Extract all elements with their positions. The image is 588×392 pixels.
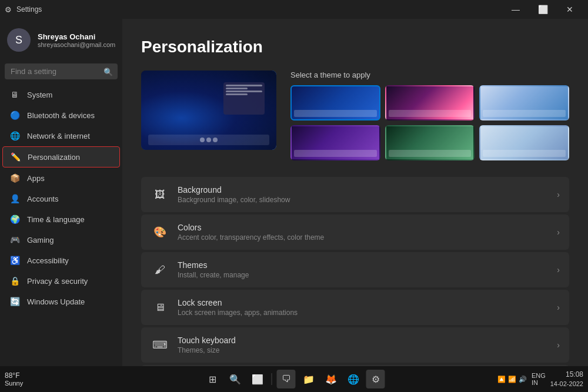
touchkeyboard-text: Touch keyboard Themes, size (178, 336, 557, 354)
main-layout: S Shreyas Ochani shreyasochani@gmail.com… (0, 19, 588, 366)
time-icon: 🌍 (9, 214, 20, 225)
settings-lockscreen[interactable]: 🖥 Lock screen Lock screen images, apps, … (141, 290, 569, 325)
touchkeyboard-icon: ⌨ (151, 336, 169, 354)
theme-white[interactable] (479, 125, 569, 160)
sidebar-item-accounts-label: Accounts (27, 195, 58, 203)
taskbar-app-edge[interactable]: 🌐 (344, 370, 363, 388)
content-area: Personalization Select a theme to app (122, 19, 588, 366)
sidebar-item-system[interactable]: 🖥 System (2, 85, 120, 105)
settings-themes[interactable]: 🖌 Themes Install, create, manage › (141, 252, 569, 287)
theme-white-inner (483, 150, 566, 157)
settings-touchkeyboard[interactable]: ⌨ Touch keyboard Themes, size › (141, 327, 569, 363)
colors-icon: 🎨 (151, 223, 169, 242)
sidebar-item-accessibility-label: Accessibility (27, 256, 69, 265)
theme-purple[interactable] (290, 125, 380, 160)
taskbar-right: 🔼 📶 🔊 ENGIN 15:08 14-02-2022 (497, 370, 583, 388)
sidebar-item-accessibility[interactable]: ♿ Accessibility (2, 250, 120, 270)
colors-title: Colors (178, 223, 557, 232)
sidebar-item-privacy[interactable]: 🔒 Privacy & security (2, 271, 120, 291)
preview-taskbar-dot-2 (206, 138, 211, 142)
sidebar-item-gaming-label: Gaming (27, 236, 54, 244)
sidebar-item-network-label: Network & internet (27, 132, 90, 140)
preview-line-1 (226, 85, 262, 86)
colors-text: Colors Accent color, transparency effect… (178, 223, 557, 242)
touchkeyboard-title: Touch keyboard (178, 336, 557, 345)
sidebar-item-time[interactable]: 🌍 Time & language (2, 209, 120, 229)
themes-text: Themes Install, create, manage (178, 260, 557, 279)
theme-purple-inner (294, 150, 377, 157)
preview-window (223, 82, 265, 115)
sidebar-item-apps[interactable]: 📦 Apps (2, 168, 120, 188)
sys-tray: 🔼 📶 🔊 (497, 376, 527, 383)
theme-select-label: Select a theme to apply (290, 71, 569, 79)
taskbar-app-firefox[interactable]: 🦊 (322, 370, 340, 388)
bluetooth-icon: 🔵 (9, 110, 20, 120)
volume-tray[interactable]: 🔊 (519, 376, 527, 383)
gaming-icon: 🎮 (9, 234, 20, 245)
themes-title: Themes (178, 260, 557, 270)
sidebar-item-update-label: Windows Update (27, 297, 85, 306)
sidebar-item-personalization[interactable]: ✏️ Personalization (2, 146, 120, 167)
weather-temp: 88°F (5, 371, 19, 380)
taskbar-app-explorer[interactable]: 📁 (299, 370, 318, 388)
lockscreen-title: Lock screen (178, 298, 557, 307)
user-name: Shreyas Ochani (38, 32, 115, 41)
title-bar-controls: — ⬜ ✕ (502, 0, 583, 19)
user-profile[interactable]: S Shreyas Ochani shreyasochani@gmail.com (0, 19, 122, 61)
clock-time: 15:08 (550, 370, 583, 380)
themes-icon: 🖌 (151, 260, 169, 279)
sidebar-item-bluetooth[interactable]: 🔵 Bluetooth & devices (2, 105, 120, 125)
theme-blue-inner (294, 110, 377, 117)
taskbar-taskview-button[interactable]: ⬜ (248, 370, 267, 388)
settings-background[interactable]: 🖼 Background Background image, color, sl… (141, 177, 569, 212)
sidebar-nav: 🖥 System 🔵 Bluetooth & devices 🌐 Network… (0, 84, 122, 312)
network-tray: 📶 (508, 376, 516, 383)
taskbar-app-chat[interactable]: 🗨 (277, 370, 296, 388)
theme-pink-inner (389, 110, 472, 117)
themes-chevron: › (557, 265, 560, 274)
close-button[interactable]: ✕ (556, 0, 583, 19)
sidebar-item-gaming[interactable]: 🎮 Gaming (2, 230, 120, 250)
lockscreen-icon: 🖥 (151, 298, 169, 317)
sys-tray-expand[interactable]: 🔼 (497, 376, 506, 383)
start-button[interactable]: ⊞ (203, 370, 222, 388)
page-title: Personalization (141, 38, 569, 56)
theme-select-area: Select a theme to apply (290, 71, 569, 160)
taskbar-app-settings[interactable]: ⚙ (366, 370, 385, 388)
theme-nature[interactable] (385, 125, 475, 160)
theme-preview (141, 71, 276, 150)
sidebar: S Shreyas Ochani shreyasochani@gmail.com… (0, 19, 122, 366)
lockscreen-text: Lock screen Lock screen images, apps, an… (178, 298, 557, 317)
taskbar-left: 88°F Sunny (5, 371, 23, 387)
clock[interactable]: 15:08 14-02-2022 (550, 370, 583, 388)
accounts-icon: 👤 (9, 193, 20, 204)
title-bar: ⚙ Settings — ⬜ ✕ (0, 0, 588, 19)
maximize-button[interactable]: ⬜ (529, 0, 556, 19)
theme-nature-inner (389, 150, 472, 157)
sidebar-item-network[interactable]: 🌐 Network & internet (2, 126, 120, 146)
background-chevron: › (557, 190, 560, 199)
theme-pink[interactable] (385, 85, 475, 120)
sidebar-item-bluetooth-label: Bluetooth & devices (27, 111, 95, 120)
lockscreen-chevron: › (557, 303, 560, 312)
taskbar-center: ⊞ 🔍 ⬜ 🗨 📁 🦊 🌐 ⚙ (203, 370, 385, 388)
search-box[interactable]: 🔍 (5, 63, 118, 79)
preview-line-2 (226, 88, 248, 89)
sidebar-item-accounts[interactable]: 👤 Accounts (2, 189, 120, 209)
sidebar-item-system-label: System (27, 91, 52, 99)
privacy-icon: 🔒 (9, 276, 20, 286)
theme-light[interactable] (479, 85, 569, 120)
system-icon: 🖥 (9, 89, 20, 100)
preview-line-4 (226, 93, 248, 95)
search-input[interactable] (5, 63, 118, 79)
sidebar-item-update[interactable]: 🔄 Windows Update (2, 292, 120, 311)
avatar: S (7, 28, 31, 52)
preview-taskbar-dot-1 (200, 138, 205, 142)
minimize-button[interactable]: — (502, 0, 529, 19)
settings-icon: ⚙ (5, 5, 12, 14)
settings-colors[interactable]: 🎨 Colors Accent color, transparency effe… (141, 215, 569, 250)
accessibility-icon: ♿ (9, 255, 20, 266)
background-subtitle: Background image, color, slideshow (178, 196, 557, 204)
theme-blue[interactable] (290, 85, 380, 120)
taskbar-search-button[interactable]: 🔍 (226, 370, 245, 388)
